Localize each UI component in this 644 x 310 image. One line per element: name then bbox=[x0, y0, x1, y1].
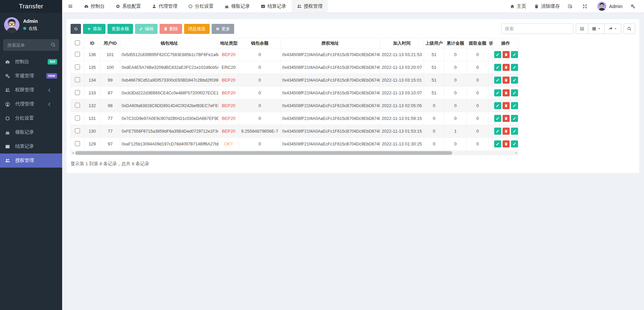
row-edit2-button[interactable] bbox=[511, 128, 518, 135]
trash-icon bbox=[504, 142, 508, 146]
edit-button[interactable]: 编辑 bbox=[135, 24, 158, 34]
sidebar-item-label: 控制台 bbox=[15, 59, 29, 65]
sidebar-item-settlement-records[interactable]: cs结算记录 bbox=[0, 139, 62, 153]
topnav-language[interactable]: A bbox=[564, 0, 578, 12]
sidebar-item-dashboard[interactable]: 控制台 hot bbox=[0, 55, 62, 69]
row-checkbox[interactable] bbox=[75, 77, 80, 82]
cell-wallet-address: 0xcb3Dd222d3BB65CE4Cc0e488F57200f027ECE1… bbox=[120, 87, 219, 99]
topnav-clear-cache[interactable]: 清除缓存 bbox=[530, 0, 564, 12]
cell-user-id: 98 bbox=[100, 99, 120, 112]
row-checkbox[interactable] bbox=[75, 103, 80, 108]
pencil-icon bbox=[513, 129, 516, 133]
cell-status bbox=[489, 61, 493, 74]
table-row: 129970xaF125b13094A09d197cD78d4097B714Bf… bbox=[71, 138, 519, 150]
row-delete-button[interactable] bbox=[503, 115, 510, 122]
row-delete-button[interactable] bbox=[503, 102, 510, 109]
tachometer-icon bbox=[5, 59, 12, 64]
row-checkbox[interactable] bbox=[75, 64, 80, 70]
sidebar-item-authorization-management[interactable]: 授权管理 bbox=[0, 153, 62, 168]
sidebar-menu: 控制台 hot 常规管理 new 权限管理 代理管理 分红设置 领取记录 cs结… bbox=[0, 55, 62, 168]
row-edit-button[interactable] bbox=[494, 64, 501, 71]
scroll-right-arrow-icon[interactable] bbox=[514, 151, 518, 155]
row-edit2-button[interactable] bbox=[511, 51, 518, 58]
topnav-home[interactable]: 主页 bbox=[506, 0, 530, 12]
topnav-item-agent-management[interactable]: 代理管理 bbox=[146, 0, 183, 12]
button-label: 更新余额 bbox=[112, 26, 129, 32]
topnav-item-settlement-records[interactable]: cs结算记录 bbox=[255, 0, 292, 12]
topnav-item-dividend-settings[interactable]: 分红设置 bbox=[183, 0, 219, 12]
row-checkbox[interactable] bbox=[75, 128, 80, 133]
more-button[interactable]: 更多 bbox=[212, 24, 234, 34]
cell-total-amount: 0 bbox=[444, 138, 467, 150]
sidebar-item-label: 领取记录 bbox=[15, 129, 34, 135]
row-delete-button[interactable] bbox=[503, 51, 510, 58]
topnav-right: 主页 清除缓存 A Admin bbox=[506, 0, 644, 12]
search-button[interactable] bbox=[624, 24, 635, 34]
detail-view-button[interactable] bbox=[576, 24, 588, 34]
row-edit-button[interactable] bbox=[494, 89, 501, 96]
row-edit-button[interactable] bbox=[494, 140, 501, 147]
row-edit2-button[interactable] bbox=[511, 77, 518, 84]
sidebar-item-permission-management[interactable]: 权限管理 bbox=[0, 83, 62, 97]
horizontal-scrollbar[interactable] bbox=[71, 151, 518, 155]
pencil-icon bbox=[513, 65, 516, 69]
topnav-fullscreen[interactable] bbox=[578, 0, 593, 12]
add-button[interactable]: 添加 bbox=[83, 24, 105, 34]
sidebar-item-general-management[interactable]: 常规管理 new bbox=[0, 69, 62, 83]
columns-button[interactable] bbox=[588, 24, 604, 34]
row-delete-button[interactable] bbox=[503, 77, 510, 84]
column-header-wallet_address: 钱包地址 bbox=[120, 38, 219, 48]
row-edit2-button[interactable] bbox=[511, 102, 518, 109]
topnav-item-collection-records[interactable]: 领取记录 bbox=[219, 0, 255, 12]
row-edit-button[interactable] bbox=[494, 51, 501, 58]
user-panel: Admin 在线 bbox=[0, 13, 62, 36]
row-checkbox[interactable] bbox=[75, 52, 80, 57]
table-search-input[interactable] bbox=[501, 24, 573, 34]
row-edit-button[interactable] bbox=[494, 77, 501, 84]
row-checkbox[interactable] bbox=[75, 116, 80, 121]
row-edit2-button[interactable] bbox=[511, 140, 518, 147]
topnav-settings[interactable] bbox=[627, 0, 641, 12]
scroll-left-arrow-icon[interactable] bbox=[71, 151, 75, 155]
cell-address-type: BEP20 bbox=[219, 99, 239, 112]
cell-join-time: 2022-11-13 01:53:15 bbox=[380, 125, 424, 138]
row-edit-button[interactable] bbox=[494, 102, 501, 109]
topnav-item-system-config[interactable]: 系统配置 bbox=[110, 0, 146, 12]
row-edit2-button[interactable] bbox=[511, 89, 518, 96]
row-delete-button[interactable] bbox=[503, 64, 510, 71]
table-row: 130770xFE7556F6715a3859dF6a35B4Ded072971… bbox=[71, 125, 519, 138]
row-delete-button[interactable] bbox=[503, 89, 510, 96]
pencil-icon bbox=[513, 117, 516, 120]
topnav-item-authorization-management[interactable]: 授权管理 bbox=[292, 0, 328, 12]
delete-button[interactable]: 删除 bbox=[160, 24, 182, 34]
pencil-icon bbox=[496, 142, 500, 146]
row-edit2-button[interactable] bbox=[511, 115, 518, 122]
sidebar-item-agent-management[interactable]: 代理管理 bbox=[0, 97, 62, 111]
row-edit-button[interactable] bbox=[494, 128, 501, 135]
sidebar-item-collection-records[interactable]: 领取记录 bbox=[0, 125, 62, 139]
row-checkbox[interactable] bbox=[75, 141, 80, 146]
update-balance-button[interactable]: 更新余额 bbox=[108, 24, 133, 34]
select-all-cell bbox=[71, 38, 84, 48]
cell-user-id: 97 bbox=[100, 138, 120, 150]
push-message-button[interactable]: 消息推送 bbox=[184, 24, 210, 34]
row-edit2-button[interactable] bbox=[511, 64, 518, 71]
cell-select bbox=[71, 48, 84, 61]
row-delete-button[interactable] bbox=[503, 140, 510, 147]
row-delete-button[interactable] bbox=[503, 128, 510, 135]
refresh-button[interactable] bbox=[71, 24, 81, 34]
cell-wallet-address: 0xFE7556F6715a3859dF6a35B4Ded0729712e1F3… bbox=[120, 125, 219, 138]
scrollbar-thumb[interactable] bbox=[75, 151, 452, 155]
cell-select bbox=[71, 74, 84, 87]
topnav-item-dashboard[interactable]: 控制台 bbox=[79, 0, 110, 12]
sidebar-item-dividend-settings[interactable]: 分红设置 bbox=[0, 111, 62, 125]
row-checkbox[interactable] bbox=[75, 90, 80, 95]
avatar bbox=[597, 2, 606, 11]
row-edit-button[interactable] bbox=[494, 115, 501, 122]
topnav-admin-user[interactable]: Admin bbox=[593, 0, 627, 12]
scrollbar-track[interactable] bbox=[75, 151, 514, 155]
cell-total-amount: 0 bbox=[444, 87, 467, 99]
select-all-checkbox[interactable] bbox=[75, 40, 80, 45]
export-button[interactable] bbox=[604, 24, 621, 34]
hamburger-icon[interactable] bbox=[62, 0, 79, 12]
